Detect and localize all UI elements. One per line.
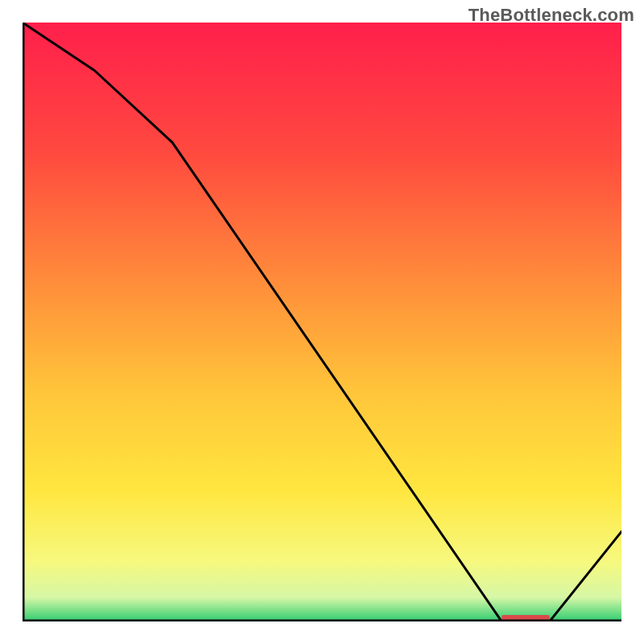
plot-area xyxy=(23,23,621,621)
gradient-background xyxy=(23,23,621,621)
chart-container: TheBottleneck.com xyxy=(0,0,644,644)
chart-svg xyxy=(23,23,621,621)
highlight-band xyxy=(502,615,550,620)
